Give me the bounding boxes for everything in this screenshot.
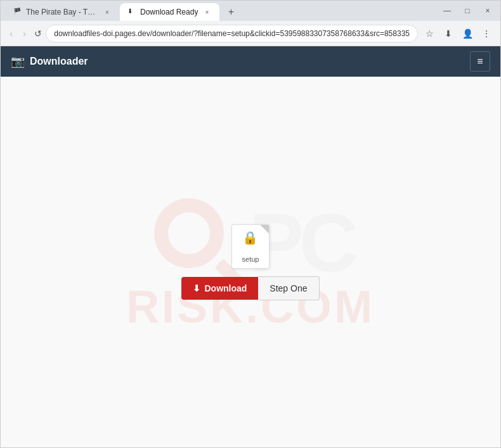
tab-title-2: Download Ready bbox=[140, 8, 198, 16]
tab-close-1[interactable]: × bbox=[102, 7, 112, 17]
tab-favicon-1: 🏴 bbox=[13, 8, 22, 16]
tab-bar: 🏴 The Pirate Bay - The galaxy's m... × ⬇… bbox=[6, 1, 432, 21]
app-header: 📷 Downloader ≡ bbox=[1, 46, 500, 77]
maximize-button[interactable]: □ bbox=[460, 3, 475, 18]
step-one-button[interactable]: Step One bbox=[258, 276, 319, 300]
minimize-button[interactable]: — bbox=[439, 3, 455, 18]
forward-button[interactable]: › bbox=[19, 25, 30, 42]
tab-favicon-2: ⬇ bbox=[127, 8, 136, 16]
bookmark-button[interactable]: ☆ bbox=[420, 25, 438, 42]
app-logo: 📷 Downloader bbox=[11, 54, 88, 68]
tab-title-1: The Pirate Bay - The galaxy's m... bbox=[26, 8, 98, 16]
address-bar[interactable]: downloadfiles-doi.pages.dev/downloader/?… bbox=[46, 25, 418, 42]
title-bar: 🏴 The Pirate Bay - The galaxy's m... × ⬇… bbox=[1, 1, 500, 21]
reload-button[interactable]: ↺ bbox=[32, 25, 43, 42]
download-arrow-icon: ⬇ bbox=[193, 283, 200, 293]
address-bar-url: downloadfiles-doi.pages.dev/downloader/?… bbox=[54, 29, 410, 38]
download-card: 🔒 setup ⬇ Download Step One bbox=[181, 224, 319, 300]
tab-piratebay[interactable]: 🏴 The Pirate Bay - The galaxy's m... × bbox=[6, 3, 120, 21]
file-corner bbox=[260, 225, 269, 234]
profile-button[interactable]: 👤 bbox=[459, 25, 476, 42]
file-name: setup bbox=[242, 255, 259, 263]
close-window-button[interactable]: × bbox=[480, 3, 495, 18]
new-tab-button[interactable]: + bbox=[222, 3, 240, 21]
lock-icon: 🔒 bbox=[242, 230, 258, 245]
tab-download-ready[interactable]: ⬇ Download Ready × bbox=[120, 3, 219, 21]
window-controls: — □ × bbox=[439, 3, 495, 18]
nav-bar: ‹ › ↺ downloadfiles-doi.pages.dev/downlo… bbox=[1, 21, 500, 46]
download-button-label: Download bbox=[204, 283, 247, 293]
back-button[interactable]: ‹ bbox=[6, 25, 16, 42]
browser-download-button[interactable]: ⬇ bbox=[439, 25, 457, 42]
browser-window: 🏴 The Pirate Bay - The galaxy's m... × ⬇… bbox=[0, 0, 501, 448]
download-button[interactable]: ⬇ Download bbox=[181, 277, 258, 300]
nav-actions: ☆ ⬇ 👤 ⋮ bbox=[420, 25, 495, 42]
button-row: ⬇ Download Step One bbox=[181, 276, 319, 300]
camera-icon: 📷 bbox=[11, 54, 25, 68]
tab-close-2[interactable]: × bbox=[202, 7, 212, 17]
file-icon: 🔒 setup bbox=[231, 224, 270, 269]
browser-menu-button[interactable]: ⋮ bbox=[478, 25, 495, 42]
hamburger-menu-button[interactable]: ≡ bbox=[470, 51, 490, 72]
main-content: PC RISK.COM 🔒 setup ⬇ Download Step One bbox=[1, 77, 500, 447]
app-title: Downloader bbox=[30, 56, 88, 67]
